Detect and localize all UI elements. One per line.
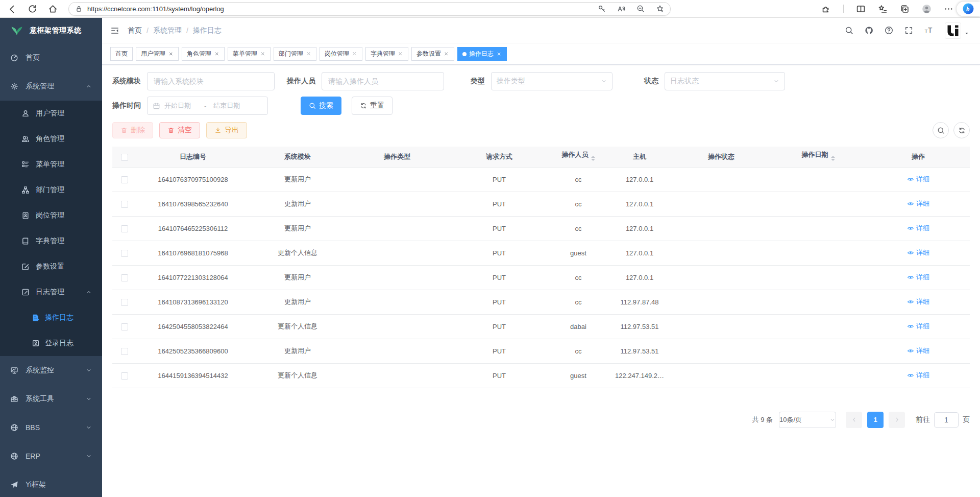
row-checkbox[interactable]: [121, 250, 128, 257]
delete-button[interactable]: 删除: [112, 122, 153, 138]
next-page-button[interactable]: [889, 412, 905, 428]
url-text[interactable]: https://ccnetcore.com:1101/system/log/op…: [87, 5, 224, 13]
breadcrumb-system-management[interactable]: 系统管理: [153, 26, 182, 35]
tab-role-management[interactable]: 角色管理: [182, 47, 225, 61]
browser-menu-icon[interactable]: [944, 4, 953, 14]
page-size-select[interactable]: 10条/页: [779, 412, 836, 428]
sort-caret-icon[interactable]: [591, 154, 595, 163]
detail-link[interactable]: 详细: [907, 346, 929, 356]
row-checkbox[interactable]: [121, 372, 128, 380]
prev-page-button[interactable]: [846, 412, 862, 428]
sidebar-item-system-monitor[interactable]: 系统监控: [0, 356, 102, 385]
sidebar-item-system-tools[interactable]: 系统工具: [0, 385, 102, 413]
fullscreen-icon[interactable]: [904, 26, 913, 35]
header-search-icon[interactable]: [845, 26, 853, 35]
bing-sidebar-button[interactable]: b: [957, 2, 980, 16]
row-checkbox[interactable]: [121, 348, 128, 355]
avatar-caret-icon[interactable]: [964, 30, 970, 36]
tab-dept-management[interactable]: 部门管理: [274, 47, 316, 61]
sidebar-item-system-management[interactable]: 系统管理: [0, 72, 102, 101]
browser-home-icon[interactable]: [48, 4, 58, 14]
close-icon[interactable]: [352, 51, 357, 57]
close-icon[interactable]: [496, 51, 502, 57]
sidebar-item-home[interactable]: 首页: [0, 43, 102, 72]
detail-link[interactable]: 详细: [907, 273, 929, 282]
sort-caret-icon[interactable]: [831, 154, 835, 163]
show-search-toggle-button[interactable]: [933, 122, 949, 138]
split-screen-icon[interactable]: [856, 4, 866, 14]
module-filter-input[interactable]: [147, 72, 275, 90]
column-header-7[interactable]: 操作日期: [770, 147, 867, 167]
close-icon[interactable]: [444, 51, 449, 57]
sidebar-item-dict-management[interactable]: 字典管理: [0, 228, 102, 254]
row-checkbox[interactable]: [121, 201, 128, 208]
row-checkbox[interactable]: [121, 176, 128, 183]
sidebar-item-bbs[interactable]: BBS: [0, 413, 102, 442]
font-size-icon[interactable]: TT: [924, 26, 933, 35]
detail-link[interactable]: 详细: [907, 322, 929, 331]
zoom-out-icon[interactable]: [636, 5, 645, 13]
help-icon[interactable]: [885, 26, 893, 35]
close-icon[interactable]: [168, 51, 174, 57]
row-checkbox[interactable]: [121, 274, 128, 281]
sidebar-item-login-log[interactable]: 登录日志: [0, 330, 102, 356]
sidebar-item-oper-log[interactable]: 操作日志: [0, 305, 102, 330]
sidebar-item-log-management[interactable]: 日志管理: [0, 279, 102, 305]
row-checkbox[interactable]: [121, 323, 128, 330]
browser-back-icon[interactable]: [7, 4, 17, 14]
sidebar-item-post-management[interactable]: 岗位管理: [0, 203, 102, 228]
reset-button[interactable]: 重置: [352, 97, 393, 115]
sidebar-item-user-management[interactable]: 用户管理: [0, 101, 102, 126]
status-filter-select[interactable]: 日志状态: [665, 72, 785, 90]
tab-param-settings[interactable]: 参数设置: [411, 47, 454, 61]
tab-oper-log[interactable]: 操作日志: [457, 47, 507, 61]
app-logo[interactable]: 意框架管理系统: [0, 18, 102, 43]
tab-menu-management[interactable]: 菜单管理: [228, 47, 271, 61]
tab-user-management[interactable]: 用户管理: [136, 47, 179, 61]
sidebar-item-dept-management[interactable]: 部门管理: [0, 177, 102, 203]
extensions-icon[interactable]: [821, 4, 831, 14]
select-all-checkbox[interactable]: [121, 154, 128, 161]
sidebar-item-menu-management[interactable]: 菜单管理: [0, 152, 102, 177]
password-icon[interactable]: [598, 5, 606, 13]
search-button[interactable]: 搜索: [301, 97, 341, 115]
date-range-input[interactable]: 开始日期 - 结束日期: [147, 97, 268, 115]
add-favorite-icon[interactable]: [656, 5, 664, 13]
clear-button[interactable]: 清空: [159, 122, 200, 138]
detail-link[interactable]: 详细: [907, 199, 929, 208]
browser-profile-avatar[interactable]: [922, 4, 932, 14]
close-icon[interactable]: [398, 51, 403, 57]
lock-icon[interactable]: [75, 5, 83, 13]
tab-post-management[interactable]: 岗位管理: [320, 47, 362, 61]
github-icon[interactable]: [865, 26, 873, 35]
row-checkbox[interactable]: [121, 299, 128, 306]
collections-icon[interactable]: [900, 4, 910, 14]
detail-link[interactable]: 详细: [907, 371, 929, 380]
breadcrumb-home[interactable]: 首页: [128, 26, 142, 35]
close-icon[interactable]: [306, 51, 311, 57]
sidebar-item-param-settings[interactable]: 参数设置: [0, 254, 102, 279]
tab-dict-management[interactable]: 字典管理: [365, 47, 408, 61]
sidebar-item-erp[interactable]: ERP: [0, 442, 102, 470]
sidebar-item-yi-framework[interactable]: Yi框架: [0, 470, 102, 497]
end-date-placeholder[interactable]: 结束日期: [213, 101, 240, 110]
type-filter-select[interactable]: 操作类型: [491, 72, 612, 90]
tab-home[interactable]: 首页: [110, 47, 133, 61]
read-aloud-icon[interactable]: [617, 5, 625, 13]
close-icon[interactable]: [260, 51, 265, 57]
row-checkbox[interactable]: [121, 225, 128, 232]
goto-page-input[interactable]: [934, 412, 959, 428]
user-avatar[interactable]: [945, 23, 961, 38]
export-button[interactable]: 导出: [206, 122, 247, 138]
address-bar[interactable]: https://ccnetcore.com:1101/system/log/op…: [68, 2, 671, 16]
detail-link[interactable]: 详细: [907, 248, 929, 257]
close-icon[interactable]: [214, 51, 219, 57]
start-date-placeholder[interactable]: 开始日期: [164, 101, 197, 110]
column-header-4[interactable]: 操作人员: [550, 147, 606, 167]
favorites-icon[interactable]: [878, 4, 888, 14]
page-1-button[interactable]: 1: [867, 412, 884, 428]
detail-link[interactable]: 详细: [907, 224, 929, 233]
sidebar-collapse-icon[interactable]: [110, 26, 119, 35]
detail-link[interactable]: 详细: [907, 175, 929, 184]
browser-reload-icon[interactable]: [28, 4, 37, 14]
